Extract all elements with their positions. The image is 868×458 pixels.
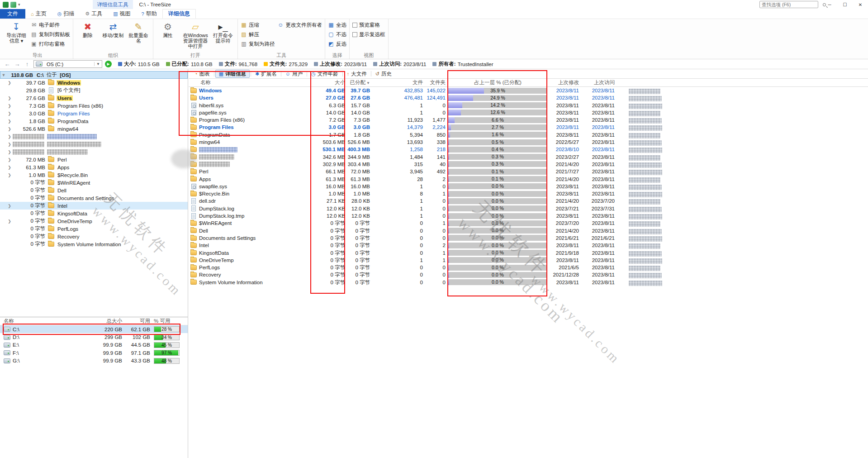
tree-item-root[interactable]: ▼110.8 GBC:\ 位于 [OS] — [0, 71, 188, 79]
expand-icon[interactable]: ❯ — [6, 157, 13, 162]
tree-item[interactable]: ❯ — [0, 133, 188, 140]
clipboard-button[interactable]: ▤复制到剪贴板 — [31, 30, 70, 38]
table-row[interactable]: $WinREAgent0 字节0 字节010.0 %2023/7/202023/… — [189, 219, 868, 227]
ribbon-tab-视图[interactable]: ▥视图 — [108, 9, 136, 19]
table-row[interactable]: Program Files3.0 GB3.0 GB14,3792,2242.7 … — [189, 124, 868, 131]
table-row[interactable]: DumpStack.log12.0 KB12.0 KB100.0 %2023/7… — [189, 205, 868, 212]
explorer-button[interactable]: ▱在Windows资源管理器中打开 — [181, 20, 209, 51]
drive-row[interactable]: F:\99.9 GB97.1 GB97 % — [0, 349, 188, 357]
ribbon-tab-帮助[interactable]: ?帮助 — [136, 9, 162, 19]
tree-item[interactable]: 0 字节Dell — [0, 186, 188, 194]
view-tab-用户[interactable]: ☺用户 — [282, 70, 306, 78]
checkbox-button[interactable]: 预览窗格 — [352, 21, 385, 29]
path-button[interactable]: ▥复制为路径 — [241, 40, 275, 48]
up-icon[interactable]: ↑ — [24, 61, 31, 67]
table-row[interactable]: PerfLogs0 字节0 字节000.0 %2021/6/52023/8/11 — [189, 264, 868, 271]
table-row[interactable]: Intel0 字节0 字节020.0 %2023/8/112023/8/11 — [189, 242, 868, 249]
drive-col-free[interactable]: 可用 — [124, 318, 150, 324]
drive-row[interactable]: C:\220 GB62.1 GB28 % — [0, 325, 188, 333]
table-row[interactable]: Program Files (x86)7.2 GB7.3 GB11,9231,4… — [189, 116, 868, 124]
checkbox-button[interactable]: 显示复选框 — [352, 30, 385, 38]
select-none-button[interactable]: ▢不选 — [328, 30, 346, 38]
back-icon[interactable]: ← — [4, 61, 11, 67]
table-row[interactable]: 342.6 MB344.9 MB1,4841410.3 %2023/2/2720… — [189, 153, 868, 161]
delete-button[interactable]: ✖删除 — [76, 20, 100, 48]
drive-col-total[interactable]: 总大小 — [77, 318, 122, 324]
tree-item[interactable]: ❯0 字节Intel — [0, 202, 188, 210]
ribbon-tab-文件[interactable]: 文件 — [0, 9, 25, 19]
zip-button[interactable]: ▦压缩 — [241, 21, 275, 29]
tree-item[interactable]: ❯3.0 GBProgram Files — [0, 110, 188, 117]
tree-item[interactable]: 0 字节PerfLogs — [0, 225, 188, 233]
tree-item[interactable]: 0 字节Documents and Settings — [0, 194, 188, 202]
expand-icon[interactable]: ❯ — [6, 111, 13, 116]
select-invert-button[interactable]: ◩反选 — [328, 40, 346, 48]
quick-scan-icon[interactable] — [10, 2, 16, 8]
expand-icon[interactable]: ❯ — [6, 165, 13, 170]
print-button[interactable]: ▣打印右窗格 — [31, 40, 70, 48]
checkbox-icon[interactable] — [352, 23, 357, 28]
tree-item[interactable]: 0 字节Recovery — [0, 233, 188, 240]
table-row[interactable]: Perl66.1 MB72.0 MB3,9454920.1 %2021/7/27… — [189, 168, 868, 175]
drive-col-name[interactable]: 名称 — [4, 318, 14, 324]
move-button[interactable]: ⇄移动/复制 — [101, 20, 125, 48]
customize-toolbar-icon[interactable]: ▾ — [18, 2, 20, 7]
expand-icon[interactable]: ❯ — [6, 119, 13, 124]
checkbox-icon[interactable] — [352, 32, 357, 37]
table-row[interactable]: Dell0 字节0 字节000.0 %2021/4/202023/8/11 — [189, 227, 868, 234]
col-last-accessed[interactable]: 上次访问 — [585, 79, 615, 86]
col-name[interactable]: 名称 — [190, 79, 301, 86]
search-input[interactable] — [762, 2, 823, 7]
forward-icon[interactable]: → — [14, 61, 21, 67]
minimize-button[interactable]: ─ — [822, 0, 837, 9]
drive-col-pct-free[interactable]: % 可用 — [154, 318, 170, 324]
expand-icon[interactable]: ❯ — [6, 81, 13, 85]
unzip-button[interactable]: ▨解压 — [241, 30, 275, 38]
tree-item[interactable]: 0 字节$WinREAgent — [0, 179, 188, 186]
table-row[interactable]: OneDriveTemp0 字节0 字节110.0 %2023/8/112023… — [189, 257, 868, 264]
tree-item[interactable]: 0 字节KingsoftData — [0, 210, 188, 217]
table-row[interactable]: mingw64503.6 MB526.6 MB13,6933380.5 %202… — [189, 138, 868, 146]
view-tab-详细信息[interactable]: ▦详细信息 — [215, 70, 250, 78]
drive-row[interactable]: D:\299 GB102 GB34 % — [0, 333, 188, 341]
ribbon-tab-详细信息[interactable]: 详细信息 — [162, 9, 196, 19]
table-row[interactable]: Documents and Settings0 字节0 字节000.0 %202… — [189, 234, 868, 242]
tree-item[interactable]: ❯1.8 GBProgramData — [0, 117, 188, 125]
expand-icon[interactable]: ▼ — [0, 73, 7, 77]
table-row[interactable]: 530.1 MB400.3 MB1,2582180.4 %2023/8/1020… — [189, 146, 868, 153]
export-button[interactable]: ↧导出详细信息 ▾ — [5, 20, 28, 48]
tree-item[interactable]: 0 字节System Volume Information — [0, 240, 188, 248]
expand-icon[interactable]: ❯ — [6, 96, 13, 100]
chevron-down-icon[interactable]: ▼ — [366, 81, 370, 85]
path-dropdown[interactable]: OS (C:) ▼ — [33, 60, 102, 68]
owner-button[interactable]: ☺更改文件所有者 — [278, 21, 323, 29]
expand-icon[interactable]: ❯ — [6, 104, 13, 108]
expand-icon[interactable]: ❯ — [6, 142, 13, 147]
expand-icon[interactable]: ❯ — [6, 204, 13, 208]
tree-item[interactable]: ❯1.0 MB$Recycle.Bin — [0, 171, 188, 179]
expand-icon[interactable]: ❯ — [6, 173, 13, 177]
tree-item[interactable]: ❯ — [0, 148, 188, 156]
tree-item[interactable]: ❯39.7 GBWindows — [0, 79, 188, 86]
cmd-button[interactable]: ▸_打开命令提示符 — [211, 20, 235, 51]
view-tab-文件年龄[interactable]: ◷文件年龄 — [308, 70, 342, 78]
tree-item[interactable]: 29.8 GB[6 个文件] — [0, 86, 188, 94]
table-row[interactable]: Users27.0 GB27.6 GB476,481124,49124.9 %2… — [189, 94, 868, 101]
tree-item[interactable]: ❯72.0 MBPerl — [0, 156, 188, 163]
view-tab-历史[interactable]: ↺历史 — [372, 70, 395, 78]
select-all-button[interactable]: ▦全选 — [328, 21, 346, 29]
search-box[interactable] — [759, 1, 818, 8]
drive-row[interactable]: G:\99.9 GB43.3 GB48 % — [0, 357, 188, 365]
table-row[interactable]: ProgramData1.7 GB1.8 GB5,3948501.6 %2023… — [189, 131, 868, 138]
maximize-button[interactable]: ☐ — [837, 0, 853, 9]
tree-item[interactable]: ❯7.3 GBProgram Files (x86) — [0, 102, 188, 110]
tree-item[interactable]: ❯ — [0, 140, 188, 148]
expand-icon[interactable]: ❯ — [6, 150, 13, 154]
expand-icon[interactable]: ❯ — [6, 219, 13, 224]
rename-button[interactable]: ✎批量重命名 — [127, 20, 150, 48]
email-button[interactable]: ✉电子邮件 — [31, 21, 70, 29]
tree-item[interactable]: ❯61.3 MBApps — [0, 163, 188, 171]
ribbon-tab-主页[interactable]: ⌂主页 — [25, 9, 52, 19]
ribbon-tab-工具[interactable]: ⚙工具 — [80, 9, 108, 19]
tree-item[interactable]: ❯27.6 GBUsers — [0, 94, 188, 102]
